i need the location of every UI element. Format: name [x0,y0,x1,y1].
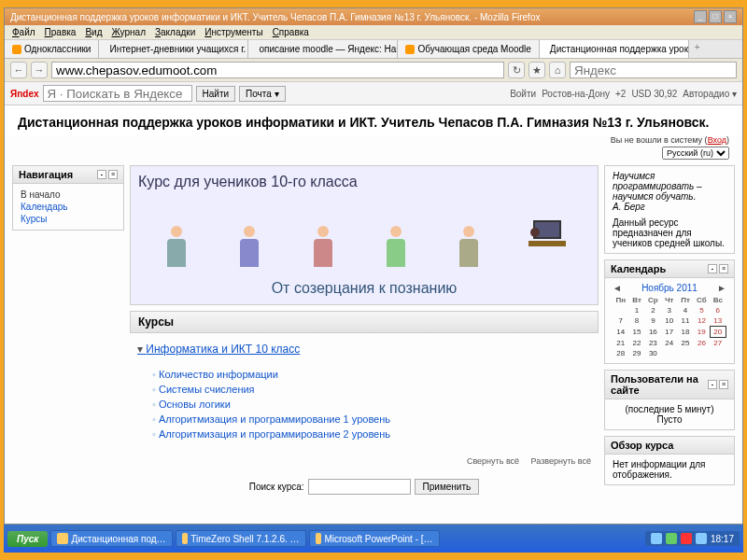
yandex-find-button[interactable]: Найти [196,86,236,102]
back-button[interactable]: ← [10,62,27,78]
expand-all-link[interactable]: Развернуть всё [531,456,591,466]
course-search-input[interactable] [308,479,411,495]
cal-day[interactable]: 2 [645,305,661,315]
collapse-all-link[interactable]: Свернуть всё [467,456,519,466]
cal-day[interactable]: 21 [613,338,628,349]
cal-day[interactable]: 5 [694,305,710,315]
block-move-icon[interactable]: ≡ [719,380,728,389]
course-category[interactable]: Информатика и ИКТ 10 класс [130,339,599,359]
cal-day[interactable]: 20 [710,327,726,338]
nav-calendar[interactable]: Календарь [21,202,67,212]
course-logic[interactable]: Основы логики [159,399,231,410]
course-algo-2[interactable]: Алгоритмизация и программирование 2 уров… [159,428,390,440]
cal-day[interactable]: 25 [677,338,693,349]
cal-day[interactable]: 7 [613,315,628,327]
tab-odnoklassniki[interactable]: Одноклассники [5,40,99,58]
yandex-login-link[interactable]: Войти [510,89,536,99]
tab-current[interactable]: Дистанционная поддержка уроков ин…× [540,40,689,58]
taskbar: Пуск Дистанционная под… TimeZero Shell 7… [4,525,743,553]
start-button[interactable]: Пуск [7,531,48,547]
search-engine-input[interactable] [570,62,737,78]
cal-day[interactable]: 18 [677,327,693,338]
tray-icon[interactable] [651,533,662,544]
home-button[interactable]: ⌂ [549,62,566,78]
cal-day[interactable]: 15 [628,327,644,338]
menu-tools[interactable]: Инструменты [204,27,262,37]
window-min-button[interactable]: _ [694,10,707,23]
block-collapse-icon[interactable]: - [708,380,717,389]
taskbar-item-powerpoint[interactable]: Microsoft PowerPoint - [… [309,530,440,547]
block-collapse-icon[interactable]: - [97,170,106,179]
language-select[interactable]: Русский (ru) [662,147,729,160]
cal-day[interactable]: 28 [613,348,628,358]
block-move-icon[interactable]: ≡ [719,264,728,273]
tray-icon[interactable] [696,533,707,544]
new-tab-button[interactable]: + [689,40,706,58]
window-title: Дистанционная поддержка уроков информати… [10,12,694,22]
cal-day[interactable]: 13 [710,315,726,327]
cal-day[interactable]: 11 [677,315,693,327]
cal-day[interactable]: 27 [710,338,726,349]
block-move-icon[interactable]: ≡ [108,170,118,179]
cal-day[interactable]: 1 [628,305,644,315]
cal-day[interactable]: 6 [710,305,726,315]
taskbar-item-timezero[interactable]: TimeZero Shell 7.1.2.6. … [176,530,306,547]
menu-history[interactable]: Журнал [111,27,146,37]
forward-button[interactable]: → [31,62,48,78]
nav-courses[interactable]: Курсы [21,214,47,224]
window-max-button[interactable]: □ [709,10,722,23]
cal-day[interactable]: 10 [661,315,677,327]
yandex-search-input[interactable] [43,85,192,102]
yandex-city[interactable]: Ростов-на-Дону [542,89,610,99]
taskbar-item-firefox[interactable]: Дистанционная под… [50,530,172,547]
calendar-block: Календарь -≡ ◄ Ноябрь 2011 ► ПнВтСрЧтПтС… [604,259,735,364]
cal-day[interactable]: 24 [661,338,677,349]
cal-day[interactable]: 23 [645,338,661,349]
cal-day[interactable]: 29 [628,348,644,358]
cal-day[interactable]: 12 [694,315,710,327]
course-info-qty[interactable]: Количество информации [159,369,278,380]
cal-day[interactable]: 19 [694,327,710,338]
info-quote: Научимся программировать – научимся обуч… [613,171,726,202]
cal-day[interactable]: 3 [661,305,677,315]
tray-icon[interactable] [666,533,677,544]
url-input[interactable] [51,62,504,78]
cal-day[interactable]: 30 [645,348,661,358]
tray-icon[interactable] [681,533,692,544]
cal-day[interactable]: 26 [694,338,710,349]
cal-next-button[interactable]: ► [717,283,726,293]
cal-day [677,348,693,358]
cal-day[interactable]: 22 [628,338,644,349]
system-tray: 18:17 [645,531,740,546]
cal-day[interactable]: 14 [613,327,628,338]
course-search-button[interactable]: Применить [415,479,480,495]
cal-day[interactable]: 17 [661,327,677,338]
menu-help[interactable]: Справка [273,27,309,37]
course-number-systems[interactable]: Системы счисления [159,384,255,395]
cal-prev-button[interactable]: ◄ [613,283,622,293]
reload-button[interactable]: ↻ [508,62,525,78]
login-link[interactable]: Вход [708,135,726,145]
cal-month[interactable]: Ноябрь 2011 [641,283,698,293]
cal-day[interactable]: 16 [645,327,661,338]
menu-file[interactable]: Файл [12,27,35,37]
block-collapse-icon[interactable]: - [708,264,717,273]
nav-home[interactable]: В начало [21,189,116,201]
yandex-mail-button[interactable]: Почта ▾ [239,86,286,102]
menu-bookmarks[interactable]: Закладки [155,27,195,37]
cal-day[interactable]: 8 [628,315,644,327]
browser-tabs: Одноклассники Интернет-дневники учащихся… [5,40,742,59]
menu-view[interactable]: Вид [85,27,102,37]
window-close-button[interactable]: × [724,10,737,23]
tab-diaries[interactable]: Интернет-дневники учащихся г. Уль…× [99,40,248,58]
menu-edit[interactable]: Правка [45,27,77,37]
tab-yandex-moodle[interactable]: описание moodle — Яндекс: Нашлось …× [248,40,398,58]
yandex-radio[interactable]: Авторадио ▾ [683,89,737,99]
yandex-temp: +2 [615,89,626,99]
overview-val: Нет информации для отображения. [605,455,734,484]
cal-day[interactable]: 9 [645,315,661,327]
tab-moodle[interactable]: Обучающая среда Moodle [398,40,539,58]
cal-day[interactable]: 4 [677,305,693,315]
bookmark-button[interactable]: ★ [529,62,545,78]
course-algo-1[interactable]: Алгоритмизация и программирование 1 уров… [159,413,390,425]
